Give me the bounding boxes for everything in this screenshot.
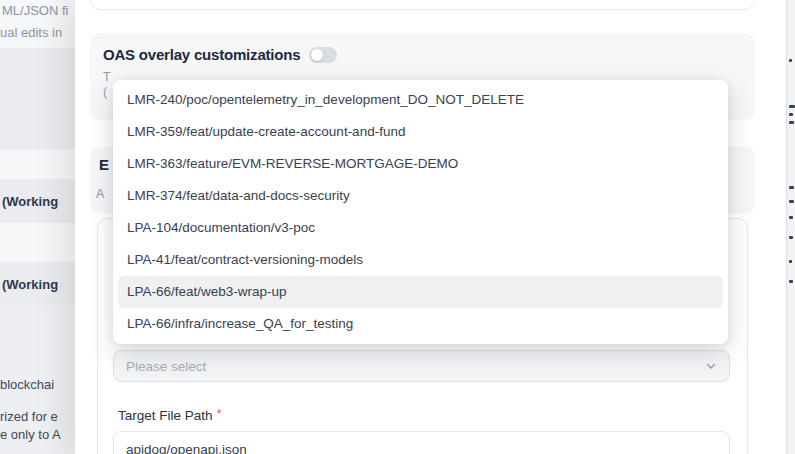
clipped-text	[789, 105, 795, 108]
clipped-text: T	[103, 70, 111, 84]
oas-overlay-toggle[interactable]	[309, 47, 337, 63]
branch-option[interactable]: LPA-104/documentation/v3-poc	[118, 212, 723, 244]
branch-option[interactable]: LPA-66/feat/web3-wrap-up	[118, 276, 723, 308]
clipped-text	[789, 186, 794, 189]
clipped-text: ML/JSON fi	[2, 3, 68, 18]
toggle-knob-icon	[311, 49, 323, 61]
background-page-left: ML/JSON fi ual edits in (Working (Workin…	[0, 0, 80, 454]
clipped-text	[789, 113, 793, 116]
background-page-right-sliver	[786, 0, 795, 454]
label-text: Target File Path	[118, 408, 213, 423]
clipped-text	[789, 260, 792, 263]
clipped-text: A	[96, 187, 104, 201]
branch-option[interactable]: LPA-66/infra/increase_QA_for_testing	[118, 308, 723, 340]
branch-dropdown-menu: LMR-240/poc/opentelemetry_in_development…	[113, 80, 728, 344]
clipped-text: (Working	[0, 277, 58, 292]
chevron-down-icon	[705, 360, 717, 372]
clipped-text	[789, 200, 794, 203]
branch-option[interactable]: LMR-374/feat/data-and-docs-security	[118, 180, 723, 212]
oas-overlay-title: OAS overlay customizations	[103, 46, 300, 63]
background-branch-row: (Working	[0, 262, 80, 306]
background-panel: blockchai rized for e e only to A	[0, 306, 80, 454]
clipped-text	[789, 121, 794, 124]
branch-secondary-select[interactable]: Please select	[113, 350, 730, 382]
clipped-panel-above	[90, 0, 755, 10]
branch-option[interactable]: LPA-41/feat/contract-versioning-models	[118, 244, 723, 276]
clipped-text: blockchai	[0, 377, 54, 392]
input-value: apidog/openapi.json	[126, 442, 247, 454]
git-push-settings-dialog: OAS overlay customizations T ( E A Pleas…	[75, 0, 786, 454]
background-branch-row: (Working	[0, 179, 80, 223]
clipped-text	[789, 280, 793, 283]
clipped-text	[789, 216, 793, 219]
clipped-text: (	[103, 85, 107, 99]
clipped-text	[789, 59, 792, 62]
target-file-path-label: Target File Path*	[118, 408, 222, 423]
select-placeholder: Please select	[126, 359, 206, 374]
background-panel	[0, 48, 80, 150]
clipped-text: e only to A	[0, 427, 61, 442]
branch-option[interactable]: LMR-363/feature/EVM-REVERSE-MORTGAGE-DEM…	[118, 148, 723, 180]
clipped-text: E	[99, 156, 109, 173]
clipped-text: rized for e	[0, 409, 58, 424]
branch-option[interactable]: LMR-359/feat/update-create-account-and-f…	[118, 116, 723, 148]
required-asterisk: *	[217, 406, 222, 421]
clipped-text: (Working	[0, 194, 58, 209]
clipped-text	[789, 236, 793, 239]
target-file-path-input[interactable]: apidog/openapi.json	[113, 431, 730, 454]
clipped-text: ual edits in	[0, 25, 62, 40]
branch-option[interactable]: LMR-240/poc/opentelemetry_in_development…	[118, 84, 723, 116]
